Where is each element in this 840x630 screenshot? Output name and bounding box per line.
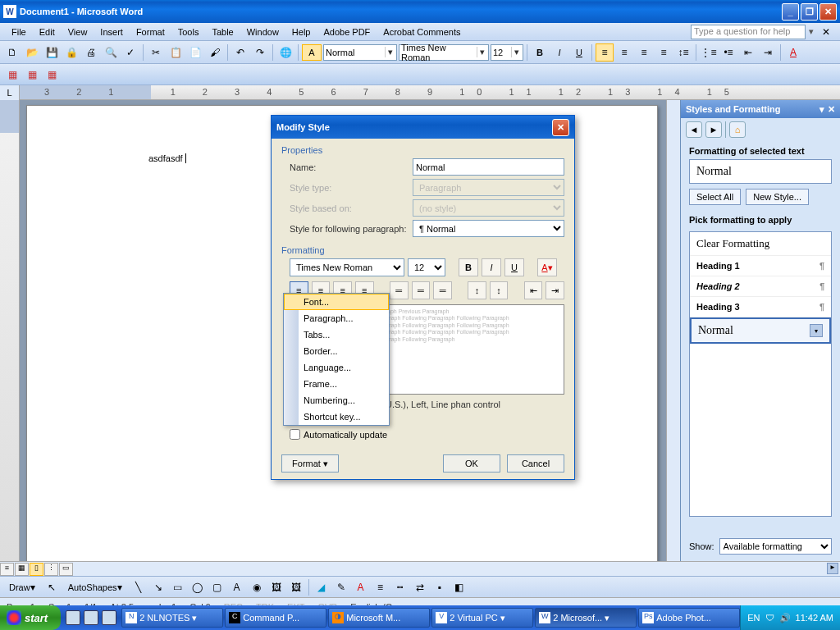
- start-button[interactable]: start: [0, 605, 61, 630]
- paste-icon[interactable]: 📄: [186, 43, 204, 62]
- ok-button[interactable]: OK: [443, 454, 500, 472]
- taskbar-app-vpc[interactable]: V2 Virtual PC▾: [431, 608, 533, 628]
- align-center-button[interactable]: ≡: [615, 43, 633, 62]
- tray-shield-icon[interactable]: 🛡: [765, 613, 774, 623]
- help-search-input[interactable]: Type a question for help: [691, 25, 806, 39]
- nav-home-icon[interactable]: ⌂: [729, 121, 746, 138]
- dlg-para-after[interactable]: ↕: [490, 281, 509, 299]
- ql-ie-icon[interactable]: [66, 610, 80, 625]
- align-left-button[interactable]: ≡: [596, 43, 614, 62]
- fm-numbering[interactable]: Numbering...: [284, 392, 389, 409]
- align-right-button[interactable]: ≡: [635, 43, 653, 62]
- nav-fwd-icon[interactable]: ►: [705, 121, 722, 138]
- dlg-underline-button[interactable]: U: [504, 258, 524, 276]
- horizontal-ruler[interactable]: 3 2 1 1 2 3 4 5 6 7 8 9 10 11 12 13 14 1…: [20, 85, 840, 99]
- fm-border[interactable]: Border...: [284, 343, 389, 359]
- hyperlink-icon[interactable]: 🌐: [276, 43, 294, 62]
- horizontal-scrollbar[interactable]: ►: [74, 563, 840, 576]
- cancel-button[interactable]: Cancel: [507, 454, 564, 472]
- fm-shortcut[interactable]: Shortcut key...: [284, 409, 389, 425]
- taskbar-app-nlnotes[interactable]: N2 NLNOTES▾: [121, 608, 223, 628]
- pdf-review-icon[interactable]: ▦: [43, 66, 61, 84]
- vertical-scrollbar[interactable]: [666, 100, 680, 561]
- tray-volume-icon[interactable]: 🔊: [779, 613, 791, 623]
- dialog-titlebar[interactable]: Modify Style ✕: [272, 116, 574, 139]
- dlg-para-before[interactable]: ↕: [468, 281, 486, 299]
- dlg-indent-inc[interactable]: ⇥: [546, 281, 564, 299]
- menu-file[interactable]: File: [5, 25, 33, 39]
- line-spacing-button[interactable]: ↕≡: [674, 43, 692, 62]
- taskbar-app-photoshop[interactable]: PsAdobe Phot...: [638, 608, 740, 628]
- menu-table[interactable]: Table: [205, 25, 240, 39]
- ql-msn-icon[interactable]: [84, 610, 98, 625]
- taskbar-app-msm[interactable]: ◑Microsoft M...: [328, 608, 430, 628]
- picture-icon[interactable]: 🖼: [287, 578, 305, 596]
- dlg-spacing-2[interactable]: ═: [433, 281, 452, 299]
- bold-button[interactable]: B: [531, 43, 549, 62]
- bullet-list-button[interactable]: •≡: [719, 43, 737, 62]
- dlg-spacing-15[interactable]: ═: [412, 281, 431, 299]
- style-normal[interactable]: Normal▾: [690, 317, 831, 344]
- 3d-icon[interactable]: ◧: [450, 578, 468, 596]
- line-color-icon[interactable]: ✎: [332, 578, 350, 596]
- italic-button[interactable]: I: [550, 43, 568, 62]
- oval-icon[interactable]: ◯: [189, 578, 207, 596]
- style-icon[interactable]: A: [302, 44, 322, 61]
- print-icon[interactable]: 🖨: [82, 43, 100, 62]
- next-select[interactable]: ¶ Normal: [413, 220, 564, 237]
- increase-indent-button[interactable]: ⇥: [759, 43, 777, 62]
- dlg-italic-button[interactable]: I: [482, 258, 501, 276]
- format-dropdown-button[interactable]: Format ▾: [281, 454, 339, 472]
- wordart-icon[interactable]: A: [228, 578, 246, 596]
- clipart-icon[interactable]: 🖼: [267, 578, 285, 596]
- arrow-style-icon[interactable]: ⇄: [411, 578, 429, 596]
- menu-format[interactable]: Format: [130, 25, 171, 39]
- new-icon[interactable]: 🗋: [3, 43, 21, 62]
- line-icon[interactable]: ╲: [130, 578, 148, 596]
- name-input[interactable]: [413, 158, 564, 176]
- decrease-indent-button[interactable]: ⇤: [739, 43, 757, 62]
- dlg-bold-button[interactable]: B: [459, 258, 478, 276]
- preview-icon[interactable]: 🔍: [102, 43, 120, 62]
- current-style-box[interactable]: Normal: [689, 159, 832, 184]
- taskbar-app-word[interactable]: W2 Microsof...▾: [535, 608, 637, 628]
- menu-acrobat-comments[interactable]: Acrobat Comments: [377, 25, 467, 39]
- font-color-icon[interactable]: A: [352, 578, 370, 596]
- view-printlayout[interactable]: ▯: [30, 563, 43, 576]
- close-button[interactable]: ✕: [819, 3, 837, 21]
- taskpane-close[interactable]: ✕: [828, 104, 835, 115]
- style-dropdown[interactable]: Normal▾: [323, 44, 397, 61]
- close-doc-button[interactable]: ✕: [817, 23, 835, 41]
- taskpane-dropdown[interactable]: ▾: [819, 104, 824, 115]
- dlg-fontcolor-button[interactable]: A▾: [537, 258, 557, 276]
- tray-clock[interactable]: 11:42 AM: [796, 613, 833, 623]
- font-color-button[interactable]: A: [784, 43, 802, 62]
- menu-tools[interactable]: Tools: [171, 25, 206, 39]
- spelling-icon[interactable]: ✓: [121, 43, 139, 62]
- dlg-size-select[interactable]: 12: [408, 258, 445, 276]
- autoshapes-menu[interactable]: AutoShapes ▾: [62, 578, 128, 596]
- maximize-button[interactable]: ❐: [801, 3, 818, 21]
- open-icon[interactable]: 📂: [23, 43, 41, 62]
- pdf-convert-email-icon[interactable]: ▦: [23, 66, 41, 84]
- style-heading3[interactable]: Heading 3¶: [690, 297, 831, 317]
- fm-language[interactable]: Language...: [284, 359, 389, 376]
- style-dropdown-icon[interactable]: ▾: [810, 324, 823, 337]
- fm-paragraph[interactable]: Paragraph...: [284, 310, 389, 326]
- menu-insert[interactable]: Insert: [94, 25, 130, 39]
- select-all-button[interactable]: Select All: [689, 189, 741, 205]
- view-outline[interactable]: ⋮: [44, 563, 58, 576]
- undo-icon[interactable]: ↶: [231, 43, 249, 62]
- numbered-list-button[interactable]: ⋮≡: [700, 43, 718, 62]
- fm-tabs[interactable]: Tabs...: [284, 326, 389, 343]
- dialog-close-button[interactable]: ✕: [552, 119, 569, 136]
- dlg-font-select[interactable]: Times New Roman: [290, 258, 404, 276]
- menu-edit[interactable]: Edit: [33, 25, 62, 39]
- style-heading1[interactable]: Heading 1¶: [690, 256, 831, 276]
- cut-icon[interactable]: ✂: [147, 43, 165, 62]
- auto-update-checkbox[interactable]: [290, 429, 300, 440]
- draw-menu[interactable]: Draw ▾: [3, 578, 41, 596]
- dlg-spacing-1[interactable]: ═: [390, 281, 409, 299]
- view-normal[interactable]: ≡: [0, 563, 14, 576]
- save-icon[interactable]: 💾: [43, 43, 61, 62]
